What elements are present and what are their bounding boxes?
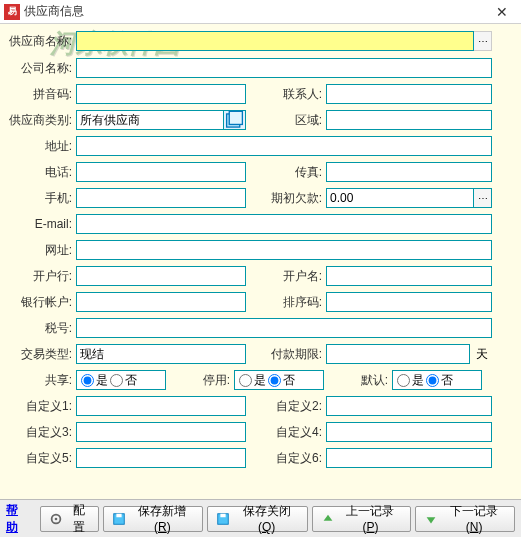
close-button[interactable]: ✕ bbox=[487, 2, 517, 22]
label-custom6: 自定义6: bbox=[246, 450, 326, 467]
calc-icon[interactable]: ⋯ bbox=[474, 188, 492, 208]
label-account-name: 开户名: bbox=[246, 268, 326, 285]
arrow-up-icon bbox=[321, 512, 335, 526]
label-custom2: 自定义2: bbox=[246, 398, 326, 415]
mobile-input[interactable] bbox=[76, 188, 246, 208]
init-debt-input[interactable] bbox=[326, 188, 474, 208]
disable-no[interactable]: 否 bbox=[268, 372, 295, 389]
svg-rect-7 bbox=[221, 513, 226, 517]
default-radio-group: 是 否 bbox=[392, 370, 482, 390]
label-custom1: 自定义1: bbox=[6, 398, 76, 415]
email-input[interactable] bbox=[76, 214, 492, 234]
app-icon: 易 bbox=[4, 4, 20, 20]
label-pay-term: 付款期限: bbox=[246, 346, 326, 363]
label-sort-code: 排序码: bbox=[246, 294, 326, 311]
form-area: 河东软件园 www.pc0359.cn 供应商名称: ⋯ 公司名称: 拼音码: … bbox=[0, 24, 521, 499]
label-email: E-mail: bbox=[6, 217, 76, 231]
label-bank: 开户行: bbox=[6, 268, 76, 285]
prev-record-button[interactable]: 上一记录(P) bbox=[312, 506, 411, 532]
tax-no-input[interactable] bbox=[76, 318, 492, 338]
sort-code-input[interactable] bbox=[326, 292, 492, 312]
pinyin-input[interactable] bbox=[76, 84, 246, 104]
label-contact: 联系人: bbox=[246, 86, 326, 103]
region-input[interactable] bbox=[326, 110, 492, 130]
custom5-input[interactable] bbox=[76, 448, 246, 468]
fax-input[interactable] bbox=[326, 162, 492, 182]
contact-input[interactable] bbox=[326, 84, 492, 104]
titlebar: 易 供应商信息 ✕ bbox=[0, 0, 521, 24]
trans-type-input[interactable] bbox=[76, 344, 246, 364]
gear-icon bbox=[49, 512, 63, 526]
label-trans-type: 交易类型: bbox=[6, 346, 76, 363]
label-custom4: 自定义4: bbox=[246, 424, 326, 441]
supplier-name-input[interactable] bbox=[76, 31, 474, 51]
label-region: 区域: bbox=[246, 112, 326, 129]
label-bank-account: 银行帐户: bbox=[6, 294, 76, 311]
svg-rect-1 bbox=[229, 111, 242, 124]
label-fax: 传真: bbox=[246, 164, 326, 181]
category-dropdown-icon[interactable] bbox=[224, 110, 246, 130]
share-no[interactable]: 否 bbox=[110, 372, 137, 389]
save-close-button[interactable]: 保存关闭(Q) bbox=[207, 506, 308, 532]
disable-radio-group: 是 否 bbox=[234, 370, 324, 390]
bottom-toolbar: 帮助 配置 保存新增(R) 保存关闭(Q) 上一记录(P) 下一记录(N) bbox=[0, 499, 521, 537]
url-input[interactable] bbox=[76, 240, 492, 260]
phone-input[interactable] bbox=[76, 162, 246, 182]
custom6-input[interactable] bbox=[326, 448, 492, 468]
next-record-button[interactable]: 下一记录(N) bbox=[415, 506, 515, 532]
custom1-input[interactable] bbox=[76, 396, 246, 416]
default-yes[interactable]: 是 bbox=[397, 372, 424, 389]
label-init-debt: 期初欠款: bbox=[246, 190, 326, 207]
save-new-button[interactable]: 保存新增(R) bbox=[103, 506, 203, 532]
bank-account-input[interactable] bbox=[76, 292, 246, 312]
custom4-input[interactable] bbox=[326, 422, 492, 442]
save-icon bbox=[216, 512, 230, 526]
label-default: 默认: bbox=[324, 372, 392, 389]
custom3-input[interactable] bbox=[76, 422, 246, 442]
label-url: 网址: bbox=[6, 242, 76, 259]
custom2-input[interactable] bbox=[326, 396, 492, 416]
label-disable: 停用: bbox=[166, 372, 234, 389]
window-title: 供应商信息 bbox=[24, 3, 487, 20]
label-supplier-name: 供应商名称: bbox=[6, 33, 76, 50]
label-company-name: 公司名称: bbox=[6, 60, 76, 77]
label-custom5: 自定义5: bbox=[6, 450, 76, 467]
arrow-down-icon bbox=[424, 512, 438, 526]
address-input[interactable] bbox=[76, 136, 492, 156]
save-icon bbox=[112, 512, 126, 526]
label-mobile: 手机: bbox=[6, 190, 76, 207]
label-days: 天 bbox=[470, 346, 488, 363]
label-phone: 电话: bbox=[6, 164, 76, 181]
disable-yes[interactable]: 是 bbox=[239, 372, 266, 389]
label-share: 共享: bbox=[6, 372, 76, 389]
default-no[interactable]: 否 bbox=[426, 372, 453, 389]
company-name-input[interactable] bbox=[76, 58, 492, 78]
svg-point-3 bbox=[54, 517, 57, 520]
svg-rect-5 bbox=[117, 513, 122, 517]
share-yes[interactable]: 是 bbox=[81, 372, 108, 389]
account-name-input[interactable] bbox=[326, 266, 492, 286]
label-tax-no: 税号: bbox=[6, 320, 76, 337]
lookup-icon[interactable]: ⋯ bbox=[474, 31, 492, 51]
bank-input[interactable] bbox=[76, 266, 246, 286]
pay-term-input[interactable] bbox=[326, 344, 470, 364]
config-button[interactable]: 配置 bbox=[40, 506, 100, 532]
share-radio-group: 是 否 bbox=[76, 370, 166, 390]
category-input[interactable] bbox=[76, 110, 224, 130]
label-pinyin: 拼音码: bbox=[6, 86, 76, 103]
label-address: 地址: bbox=[6, 138, 76, 155]
label-custom3: 自定义3: bbox=[6, 424, 76, 441]
label-category: 供应商类别: bbox=[6, 112, 76, 129]
help-link[interactable]: 帮助 bbox=[6, 502, 30, 536]
